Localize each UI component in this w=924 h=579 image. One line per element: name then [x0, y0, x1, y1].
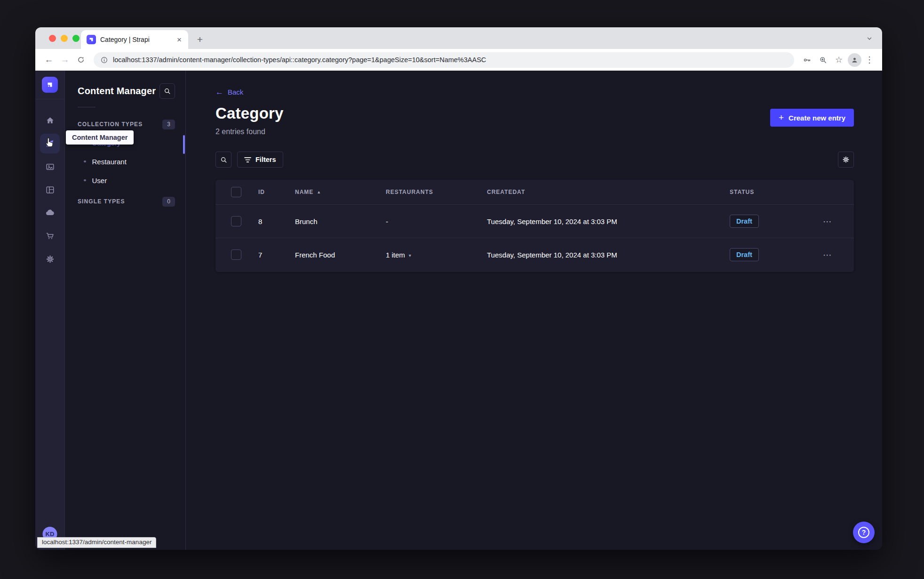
cell-createdat: Tuesday, September 10, 2024 at 3:03 PM — [487, 217, 730, 225]
view-settings-button[interactable] — [838, 152, 854, 168]
column-header-createdat[interactable]: CREATEDAT — [487, 189, 730, 195]
status-badge: Draft — [730, 215, 759, 228]
subnav-divider — [78, 107, 96, 107]
bullet-icon — [84, 161, 86, 163]
status-badge: Draft — [730, 248, 759, 261]
subnav-search-button[interactable] — [159, 83, 175, 99]
browser-profile-avatar[interactable] — [848, 53, 861, 67]
single-types-count-badge: 0 — [162, 197, 175, 207]
subnav-item-label: Restaurant — [92, 158, 127, 166]
create-new-entry-button[interactable]: + Create new entry — [770, 109, 854, 127]
new-tab-button[interactable]: + — [193, 32, 207, 47]
subnav-title: Content Manager — [78, 86, 156, 96]
url-bar[interactable]: localhost:1337/admin/content-manager/col… — [94, 52, 794, 68]
strapi-admin: KD Content Manager COLLECTION TYPES 3 Ca… — [35, 71, 882, 550]
tab-title: Category | Strapi — [100, 36, 171, 43]
mouse-cursor — [44, 137, 55, 149]
filter-icon — [244, 157, 251, 163]
browser-tab[interactable]: Category | Strapi × — [81, 30, 188, 49]
close-window-button[interactable] — [49, 35, 56, 42]
help-button[interactable]: ? — [853, 522, 875, 543]
row-actions-menu-icon[interactable]: ⋯ — [823, 216, 832, 227]
browser-menu-kebab-icon[interactable]: ⋮ — [863, 55, 876, 65]
nav-settings-gear-icon[interactable] — [40, 249, 60, 269]
subnav-item-restaurant[interactable]: Restaurant — [65, 152, 185, 171]
column-header-status[interactable]: STATUS — [730, 189, 817, 195]
chevron-down-icon: ▾ — [409, 253, 411, 258]
reload-button[interactable] — [74, 53, 88, 67]
collection-types-count-badge: 3 — [162, 120, 175, 129]
row-actions-menu-icon[interactable]: ⋯ — [823, 249, 832, 260]
nav-home-icon[interactable] — [40, 111, 60, 130]
filters-label: Filters — [255, 156, 276, 163]
question-mark-icon: ? — [858, 527, 869, 538]
forward-button[interactable]: → — [58, 53, 72, 67]
maximize-window-button[interactable] — [72, 35, 80, 42]
page-title: Category — [215, 105, 284, 122]
search-icon — [220, 156, 228, 164]
zoom-magnifier-icon[interactable] — [816, 53, 830, 67]
search-entries-button[interactable] — [215, 152, 231, 168]
table-row[interactable]: 7 French Food 1 item ▾ Tuesday, Septembe… — [215, 238, 854, 271]
browser-toolbar: ← → localhost:1337/admin/content-manager… — [35, 49, 882, 71]
plus-icon: + — [779, 113, 784, 122]
url-text: localhost:1337/admin/content-manager/col… — [113, 56, 486, 64]
browser-window: Category | Strapi × + ← → localhost:1337… — [35, 27, 882, 550]
page-info-icon[interactable] — [100, 56, 108, 64]
cell-id: 8 — [258, 217, 295, 225]
nav-content-type-builder-icon[interactable] — [40, 180, 60, 200]
search-icon — [163, 87, 171, 95]
collection-types-label: COLLECTION TYPES — [78, 121, 143, 128]
row-checkbox[interactable] — [231, 249, 241, 260]
cell-restaurants-dropdown[interactable]: 1 item ▾ — [386, 251, 487, 259]
back-label: Back — [228, 88, 243, 96]
cell-name: French Food — [295, 251, 386, 259]
create-new-entry-label: Create new entry — [789, 114, 845, 122]
sort-asc-icon: ▲ — [317, 190, 321, 194]
select-all-checkbox[interactable] — [231, 187, 241, 197]
table-header-row: ID NAME ▲ RESTAURANTS CREATEDAT STATUS — [215, 180, 854, 204]
bookmark-star-icon[interactable]: ☆ — [832, 53, 846, 67]
tab-search-chevron-icon[interactable] — [864, 33, 875, 44]
table-row[interactable]: 8 Brunch - Tuesday, September 10, 2024 a… — [215, 204, 854, 238]
column-header-id[interactable]: ID — [258, 189, 295, 195]
strapi-favicon-icon — [87, 35, 96, 44]
browser-tab-bar: Category | Strapi × + — [35, 27, 882, 49]
row-checkbox[interactable] — [231, 216, 241, 226]
nav-cloud-icon[interactable] — [40, 203, 60, 223]
nav-media-library-icon[interactable] — [40, 157, 60, 177]
column-header-restaurants[interactable]: RESTAURANTS — [386, 189, 487, 195]
nav-hover-tooltip: Content Manager — [66, 130, 134, 145]
link-status-bubble: localhost:1337/admin/content-manager — [37, 537, 156, 548]
tab-close-icon[interactable]: × — [175, 35, 183, 45]
bullet-icon — [84, 179, 86, 182]
entries-table: ID NAME ▲ RESTAURANTS CREATEDAT STATUS 8… — [215, 180, 854, 272]
gear-icon — [842, 155, 850, 164]
filters-button[interactable]: Filters — [237, 152, 283, 168]
back-arrow-icon: ← — [215, 88, 223, 96]
back-button[interactable]: ← — [42, 53, 56, 67]
single-types-label: SINGLE TYPES — [78, 198, 125, 205]
entries-count: 2 entries found — [215, 128, 284, 136]
subnav-item-user[interactable]: User — [65, 171, 185, 190]
nav-marketplace-cart-icon[interactable] — [40, 226, 60, 246]
active-item-indicator — [183, 135, 185, 154]
traffic-lights — [49, 35, 80, 42]
strapi-logo[interactable] — [42, 77, 58, 93]
main-content: ← Back Category 2 entries found + Create… — [186, 71, 882, 550]
back-link[interactable]: ← Back — [215, 88, 243, 96]
collection-types-section: COLLECTION TYPES 3 — [65, 119, 185, 129]
cell-id: 7 — [258, 251, 295, 259]
subnav-item-label: User — [92, 177, 107, 185]
password-key-icon[interactable] — [800, 53, 814, 67]
sidebar-divider — [35, 99, 65, 99]
cell-name: Brunch — [295, 217, 386, 225]
cell-restaurants: - — [386, 217, 487, 225]
single-types-section: SINGLE TYPES 0 — [65, 196, 185, 207]
column-header-name[interactable]: NAME ▲ — [295, 189, 386, 195]
minimize-window-button[interactable] — [61, 35, 68, 42]
cell-createdat: Tuesday, September 10, 2024 at 3:03 PM — [487, 251, 730, 259]
